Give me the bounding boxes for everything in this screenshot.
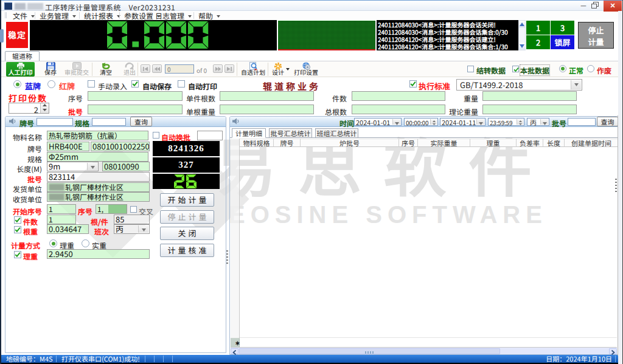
save-button[interactable]: 保存 — [38, 62, 63, 77]
close-panel-button[interactable]: 关闭 — [160, 227, 214, 240]
combo-dropdown-button[interactable] — [392, 119, 400, 125]
start-metering-button[interactable]: 开始计量 — [160, 193, 214, 207]
quick-button-1[interactable]: 1 — [526, 21, 550, 35]
menu-logs[interactable]: 日志管理 — [155, 12, 192, 19]
pieces-count-input[interactable]: 1 — [47, 215, 76, 224]
column-header-length[interactable]: 长度 — [543, 139, 565, 147]
exec-standard-checkbox[interactable] — [409, 80, 417, 88]
combo-dropdown-button[interactable] — [571, 80, 581, 89]
stop-metering-panel-button[interactable]: 停止计量 — [160, 210, 214, 224]
scroll-left-button[interactable] — [231, 348, 238, 354]
stepper-buttons[interactable] — [40, 103, 49, 113]
scrollbar-thumb[interactable] — [239, 348, 500, 354]
menu-business[interactable]: 业务管理 — [40, 12, 76, 19]
spec-filter-input[interactable] — [92, 118, 126, 126]
metering-check-button[interactable]: 计量核准 — [160, 244, 214, 257]
combo-dropdown-button[interactable] — [540, 119, 548, 125]
shift-combo[interactable]: 丙 — [114, 224, 150, 234]
column-header-serial[interactable]: 序号 — [399, 139, 418, 147]
design-button[interactable]: 设计 — [270, 62, 286, 77]
time-from-spinner[interactable]: 00:00:00 — [404, 118, 438, 126]
blue-plate-radio[interactable] — [13, 80, 21, 88]
log-scrollbar[interactable] — [518, 20, 526, 50]
void-radio[interactable] — [587, 65, 594, 72]
menu-help[interactable]: 帮助 — [198, 12, 220, 19]
time-to-spinner[interactable]: 23:59:59 — [488, 118, 524, 126]
actual-weight-radio[interactable] — [82, 239, 89, 247]
bar-weight-checkbox[interactable] — [14, 226, 21, 233]
tab-metering-detail[interactable]: 计量明细 — [232, 128, 266, 138]
weight-per-bar-input[interactable] — [220, 105, 314, 114]
weight-input[interactable] — [482, 91, 577, 101]
spinner-buttons[interactable] — [517, 119, 523, 125]
stop-metering-button[interactable]: 停止 计量 — [578, 22, 614, 49]
exec-standard-combo[interactable]: GB/T1499.2-2018 — [456, 79, 582, 91]
start-serial-input[interactable]: 1 — [47, 204, 76, 214]
scroll-down-button[interactable] — [519, 43, 525, 50]
auto-save-checkbox[interactable] — [131, 80, 139, 88]
clear-button[interactable]: 清空 — [94, 62, 117, 77]
combo-dropdown-button[interactable] — [87, 163, 97, 170]
column-header-actual-weight[interactable]: 实际重量 — [418, 139, 470, 147]
stepper-up-button[interactable] — [41, 103, 49, 108]
combo-dropdown-button[interactable] — [476, 119, 484, 125]
theory-checkbox[interactable] — [14, 251, 21, 258]
bars-per-bundle-input[interactable]: 85 — [114, 215, 150, 224]
this-batch-checkbox[interactable] — [512, 66, 519, 72]
brand-code-input[interactable]: 08010010022500 — [91, 142, 150, 151]
minimize-button[interactable]: — — [577, 1, 590, 11]
quick-button-2[interactable]: 2 — [526, 35, 550, 49]
batch-filter-input[interactable] — [568, 118, 596, 126]
batch-no-input[interactable]: 823114 — [47, 172, 150, 182]
carryover-checkbox[interactable] — [467, 66, 474, 72]
left-query-button[interactable]: 查询 — [130, 117, 152, 126]
manual-entry-checkbox[interactable] — [88, 80, 95, 88]
print-copies-stepper[interactable]: 2 — [9, 103, 49, 114]
scroll-up-button[interactable] — [519, 21, 525, 28]
column-header-material-spec[interactable]: 物料规格 — [240, 139, 274, 147]
column-header-furnace-batch[interactable]: 炉批号 — [301, 139, 399, 147]
spec-input[interactable]: Φ25mm — [47, 152, 148, 162]
menu-grip-handle[interactable] — [5, 12, 7, 18]
quick-button-3[interactable]: 3 — [551, 21, 574, 35]
tab-batch-summary[interactable]: 批号汇总统计 — [269, 128, 312, 138]
tab-shift-summary[interactable]: 班组汇总统计 — [315, 128, 358, 138]
red-plate-radio[interactable] — [47, 80, 55, 88]
right-query-button[interactable]: 查询 — [597, 117, 618, 126]
restore-button[interactable] — [591, 2, 600, 9]
pieces-input[interactable] — [352, 91, 445, 101]
length-code-input[interactable]: 08010090 — [102, 162, 150, 171]
nav-last-button[interactable] — [224, 64, 234, 73]
material-name-input[interactable]: 热轧带肋钢筋（抗震） — [47, 131, 148, 140]
design-dropdown-arrow[interactable] — [286, 68, 290, 70]
print-setup-button[interactable]: 打印设置 — [292, 62, 320, 77]
pieces-count-checkbox[interactable] — [14, 216, 21, 224]
date-from-picker[interactable]: 2024-01-01 — [354, 118, 402, 126]
nav-prev-button[interactable] — [152, 64, 162, 73]
serial-input[interactable] — [88, 91, 183, 101]
theory-weight-radio[interactable] — [49, 239, 57, 247]
normal-radio[interactable] — [559, 65, 566, 72]
shift-filter-combo[interactable]: 丙 — [527, 118, 549, 126]
serial-no-input[interactable]: 1, — [96, 204, 127, 214]
auto-switch-input[interactable] — [197, 131, 223, 140]
column-header-brand[interactable]: 牌号 — [274, 139, 301, 147]
column-header-doc-time[interactable]: 创建单据时间 — [565, 139, 618, 147]
receiver-input[interactable]: 轧钢厂棒材作业区 — [47, 192, 150, 202]
auto-switch-checkbox[interactable] — [153, 132, 159, 139]
cross-checkbox[interactable] — [130, 206, 137, 213]
approve-submit-button[interactable]: 审批提交 — [62, 62, 91, 77]
theory-weight-input[interactable] — [482, 105, 577, 114]
close-button[interactable]: ✕ — [604, 1, 622, 12]
menu-file[interactable]: 文件 — [13, 12, 35, 19]
combo-dropdown-button[interactable] — [138, 225, 148, 233]
record-number-input[interactable]: 0 — [165, 64, 194, 74]
custom-plan-button[interactable]: 自选计划 — [239, 62, 267, 77]
column-header-theory-weight[interactable]: 理重 — [470, 139, 517, 147]
nav-first-button[interactable] — [141, 64, 150, 73]
right-splitter-handle[interactable] — [615, 179, 617, 192]
stepper-down-button[interactable] — [41, 108, 49, 113]
brand-input[interactable]: HRB400E — [47, 142, 89, 151]
sender-input[interactable]: 轧钢厂棒材作业区 — [47, 182, 150, 192]
bar-weight-input[interactable]: 0.034647 — [47, 224, 89, 234]
